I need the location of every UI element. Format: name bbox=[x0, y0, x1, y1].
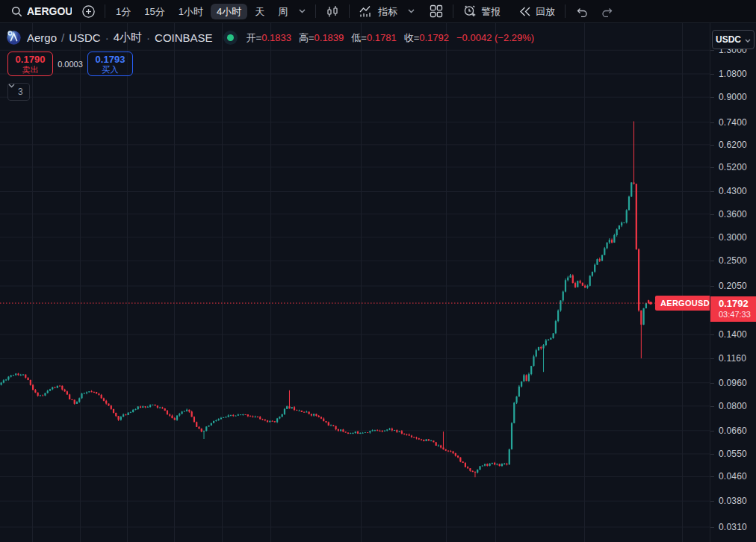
interval-menu-chevron[interactable] bbox=[294, 7, 311, 16]
sell-button[interactable]: 0.1790 卖出 bbox=[7, 52, 53, 76]
market-open-dot bbox=[227, 34, 234, 41]
replay-label: 回放 bbox=[536, 7, 555, 16]
layout-grid-button[interactable] bbox=[424, 2, 448, 20]
ohlc-close: 收=0.1792 bbox=[404, 31, 449, 45]
buy-label: 买入 bbox=[102, 65, 119, 75]
price-tick-0.6200: 0.6200 bbox=[719, 140, 747, 150]
tick-mark bbox=[710, 145, 714, 146]
price-tick-0.0800: 0.0800 bbox=[719, 401, 747, 411]
ohlc-open: 开=0.1833 bbox=[247, 31, 291, 45]
tick-mark bbox=[710, 527, 714, 528]
market-status-button[interactable] bbox=[223, 31, 238, 45]
current-price-value: 0.1792 bbox=[719, 298, 756, 310]
tick-mark bbox=[710, 74, 714, 75]
symbol-title[interactable]: Aergo/USDC·4小时·COINBASE bbox=[27, 31, 213, 45]
alert-button[interactable]: 警报 bbox=[458, 2, 506, 20]
tick-mark bbox=[710, 50, 714, 51]
layout-grid-icon bbox=[430, 4, 443, 18]
buy-button[interactable]: 0.1793 买入 bbox=[87, 52, 133, 76]
tick-mark bbox=[710, 358, 714, 359]
interval-周[interactable]: 周 bbox=[272, 4, 294, 19]
tick-mark bbox=[710, 501, 714, 502]
chevron-down-icon bbox=[408, 9, 415, 13]
ohlc-low: 低=0.1781 bbox=[351, 31, 396, 45]
candle-countdown: 03:47:33 bbox=[719, 310, 756, 320]
tick-mark bbox=[710, 97, 714, 98]
tick-mark bbox=[710, 122, 714, 123]
interval-天[interactable]: 天 bbox=[249, 4, 270, 19]
tick-mark bbox=[710, 406, 714, 407]
interval-1小时[interactable]: 1小时 bbox=[173, 4, 209, 19]
symbol-search-text: AERGOUS bbox=[27, 6, 72, 16]
tick-mark bbox=[710, 261, 714, 261]
object-tree-collapse-button[interactable]: 3 bbox=[7, 83, 30, 101]
toolbar-separator bbox=[565, 4, 566, 18]
interval-1分[interactable]: 1分 bbox=[110, 4, 137, 19]
interval-group: 1分15分1小时4小时天周 bbox=[110, 4, 294, 19]
indicators-label: 指标 bbox=[378, 7, 397, 16]
indicators-button[interactable]: 指标 bbox=[354, 3, 403, 20]
chevron-down-icon bbox=[299, 9, 306, 13]
sell-label: 卖出 bbox=[22, 65, 39, 75]
buy-price: 0.1793 bbox=[96, 54, 126, 65]
trading-app: AERGOUS 1分15分1小时4小时天周 bbox=[0, 0, 756, 542]
axis-currency-button[interactable]: USDC bbox=[712, 30, 755, 49]
toolbar-separator bbox=[453, 4, 453, 18]
price-tick-0.1400: 0.1400 bbox=[719, 329, 747, 340]
ohlc-values: 开=0.1833高=0.1839低=0.1781收=0.1792 bbox=[247, 31, 449, 45]
price-tick-0.0550: 0.0550 bbox=[719, 449, 747, 459]
price-tick-0.3000: 0.3000 bbox=[719, 232, 747, 243]
sell-price: 0.1790 bbox=[16, 54, 46, 65]
aergo-coin-logo bbox=[6, 30, 22, 46]
tick-mark bbox=[710, 214, 714, 215]
tick-mark bbox=[710, 286, 714, 287]
price-tick-0.0380: 0.0380 bbox=[719, 496, 747, 506]
tick-mark bbox=[710, 167, 714, 168]
chart-pane: Aergo/USDC·4小时·COINBASE 开=0.1833高=0.1839… bbox=[0, 22, 710, 542]
toolbar-separator bbox=[105, 4, 105, 18]
chevron-down-icon bbox=[745, 34, 751, 45]
spread-value: 0.0003 bbox=[53, 60, 87, 69]
replay-rewind-icon bbox=[518, 6, 531, 17]
price-tick-0.3600: 0.3600 bbox=[719, 209, 747, 219]
replay-button[interactable]: 回放 bbox=[513, 4, 560, 19]
tick-mark bbox=[710, 431, 714, 432]
price-tick-1.0800: 1.0800 bbox=[719, 69, 747, 79]
chart-style-button[interactable] bbox=[320, 3, 344, 20]
alarm-clock-icon bbox=[463, 4, 477, 18]
price-tick-0.4300: 0.4300 bbox=[719, 186, 747, 196]
price-tick-0.5200: 0.5200 bbox=[719, 162, 747, 172]
undo-button[interactable] bbox=[570, 4, 595, 19]
redo-arrow-icon bbox=[600, 6, 614, 17]
tick-mark bbox=[710, 454, 714, 455]
plus-circle-icon bbox=[82, 5, 95, 18]
tick-mark bbox=[710, 383, 714, 384]
price-tick-0.7400: 0.7400 bbox=[719, 117, 747, 128]
price-tick-0.0310: 0.0310 bbox=[719, 522, 747, 532]
toolbar-separator bbox=[349, 4, 350, 18]
currency-label: USDC bbox=[716, 34, 741, 45]
price-tick-0.9000: 0.9000 bbox=[719, 92, 747, 102]
price-axis[interactable]: 0.03100.03800.04600.05500.06600.08000.09… bbox=[710, 22, 756, 542]
toolbar-separator bbox=[315, 4, 316, 18]
redo-button[interactable] bbox=[595, 4, 619, 19]
change-value: −0.0042 (−2.29%) bbox=[456, 32, 534, 43]
tick-mark bbox=[710, 476, 714, 477]
order-buttons-row: 0.1790 卖出 0.0003 0.1793 买入 bbox=[7, 52, 133, 76]
indicators-menu-chevron[interactable] bbox=[403, 7, 420, 16]
compare-add-button[interactable] bbox=[77, 3, 100, 20]
symbol-search-button[interactable]: AERGOUS bbox=[6, 4, 77, 19]
undo-arrow-icon bbox=[575, 6, 589, 17]
indicators-icon bbox=[359, 5, 374, 18]
panel-count: 3 bbox=[18, 87, 23, 97]
price-tick-0.0660: 0.0660 bbox=[719, 426, 747, 436]
candlestick-canvas[interactable] bbox=[0, 22, 710, 542]
price-tick-0.2050: 0.2050 bbox=[719, 281, 747, 291]
price-tick-0.2500: 0.2500 bbox=[719, 255, 747, 266]
price-tick-0.0460: 0.0460 bbox=[719, 471, 747, 482]
interval-15分[interactable]: 15分 bbox=[138, 4, 170, 19]
price-tick-0.1160: 0.1160 bbox=[719, 353, 746, 364]
interval-4小时[interactable]: 4小时 bbox=[211, 4, 247, 19]
tick-mark bbox=[710, 237, 714, 238]
tick-mark bbox=[710, 334, 714, 335]
